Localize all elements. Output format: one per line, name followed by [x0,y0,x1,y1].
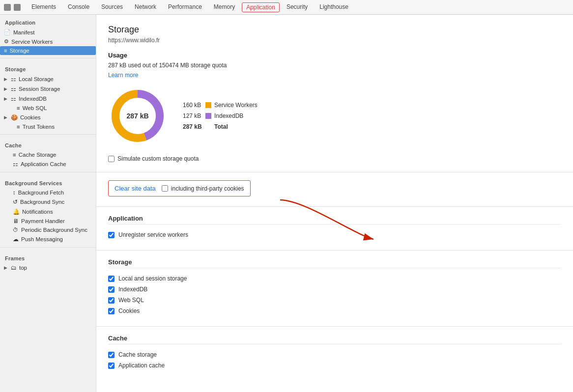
sidebar-item-manifest[interactable]: 📄 Manifest [0,28,96,37]
web-sql-checkbox[interactable] [108,297,115,304]
document-icon: 📄 [4,29,11,35]
legend-value-1: 127 kB [183,112,202,119]
tab-performance[interactable]: Performance [163,1,207,13]
frame-icon: 🗂 [11,265,17,271]
indexeddb-checkbox[interactable] [108,286,115,293]
sidebar-item-cookies[interactable]: ▶ 🍪 Cookies [0,112,96,122]
unregister-service-workers-label[interactable]: Unregister service workers [118,231,188,238]
trust-tokens-icon: ≡ [17,124,20,130]
sidebar-label-web-sql: Web SQL [23,105,47,111]
cache-storage-checkbox[interactable] [108,352,115,358]
separator-2 [96,206,573,207]
sidebar-item-top[interactable]: ▶ 🗂 top [0,263,96,272]
arrow-icon-4: ▶ [4,115,7,120]
sidebar-item-background-fetch[interactable]: ↕ Background Fetch [0,188,96,197]
annotation-area: Clear site data including third-party co… [108,180,561,196]
tab-elements[interactable]: Elements [27,1,61,13]
tab-memory[interactable]: Memory [209,1,240,13]
sidebar-label-indexeddb: IndexedDB [19,96,47,102]
sidebar-label-notifications: Notifications [22,209,53,215]
legend-item-1: 127 kB IndexedDB [183,112,258,119]
separator-3 [96,250,573,251]
tab-network[interactable]: Network [130,1,161,13]
tab-console[interactable]: Console [63,1,94,13]
sidebar-item-application-cache[interactable]: ⚏ Application Cache [0,159,96,169]
cache-storage-label[interactable]: Cache storage [118,351,157,358]
third-party-cookies-label[interactable]: including third-party cookies [171,185,244,192]
simulate-label[interactable]: Simulate custom storage quota [117,155,199,162]
page-title: Storage [108,25,561,35]
sidebar-label-storage: Storage [9,48,29,54]
sidebar-item-payment-handler[interactable]: 🖥 Payment Handler [0,217,96,225]
donut-chart: 287 kB [108,86,167,145]
sidebar-item-session-storage[interactable]: ▶ ⚏ Session Storage [0,84,96,94]
arrow-icon-3: ▶ [4,96,7,101]
checkbox-item-unregister: Unregister service workers [108,229,561,240]
local-session-storage-checkbox[interactable] [108,276,115,282]
web-sql-icon: ≡ [17,105,20,111]
cookies-icon: 🍪 [11,114,18,121]
checkbox-item-cookies-clear: Cookies [108,306,561,316]
indexeddb-label[interactable]: IndexedDB [118,286,147,293]
local-session-storage-label[interactable]: Local and session storage [118,275,187,282]
donut-center-label: 287 kB [126,112,148,120]
cookies-label[interactable]: Cookies [118,308,140,314]
notifications-icon: 🔔 [13,208,20,215]
indexeddb-icon: ⚏ [11,95,16,102]
page-url: https://www.widilo.fr [108,37,561,44]
background-sync-icon: ↺ [13,198,18,205]
unregister-service-workers-checkbox[interactable] [108,232,115,238]
clear-site-data-button[interactable]: Clear site data [115,185,156,192]
sidebar-item-background-sync[interactable]: ↺ Background Sync [0,197,96,207]
sidebar-label-trust-tokens: Trust Tokens [23,124,55,130]
web-sql-label[interactable]: Web SQL [118,297,144,304]
divider-4 [0,247,96,248]
devtools-icon-1 [4,4,11,11]
cache-storage-icon: ≡ [13,152,16,158]
sidebar-item-service-workers[interactable]: ⚙ Service Workers [0,37,96,46]
arrow-icon-2: ▶ [4,86,7,91]
legend-color-1 [205,113,211,119]
separator-4 [96,326,573,327]
periodic-bg-sync-icon: ⏱ [13,227,19,233]
local-storage-icon: ⚏ [11,76,16,83]
sidebar-item-local-storage[interactable]: ▶ ⚏ Local Storage [0,74,96,84]
devtools-icons [4,4,21,11]
sidebar: Application 📄 Manifest ⚙ Service Workers… [0,15,96,392]
simulate-row: Simulate custom storage quota [108,155,561,162]
cookies-checkbox[interactable] [108,308,115,314]
sidebar-item-web-sql[interactable]: ≡ Web SQL [0,104,96,112]
legend-item-0: 160 kB Service Workers [183,102,258,109]
sidebar-item-periodic-bg-sync[interactable]: ⏱ Periodic Background Sync [0,225,96,234]
app-cache-label[interactable]: Application cache [118,362,165,369]
sidebar-item-trust-tokens[interactable]: ≡ Trust Tokens [0,122,96,131]
third-party-cookies-row: including third-party cookies [162,185,244,192]
payment-handler-icon: 🖥 [13,218,19,224]
sidebar-item-cache-storage[interactable]: ≡ Cache Storage [0,150,96,159]
main-content: Storage https://www.widilo.fr Usage 287 … [96,15,573,392]
usage-section-title: Usage [108,52,561,59]
tab-sources[interactable]: Sources [96,1,128,13]
tab-lighthouse[interactable]: Lighthouse [315,1,353,13]
tab-application[interactable]: Application [242,2,280,12]
chart-legend: 160 kB Service Workers 127 kB IndexedDB … [183,102,258,130]
arrow-icon-5: ▶ [4,265,7,270]
tab-security[interactable]: Security [282,1,313,13]
sidebar-item-storage[interactable]: ≡ Storage [0,46,96,55]
app-cache-checkbox[interactable] [108,363,115,369]
sidebar-item-indexeddb[interactable]: ▶ ⚏ IndexedDB [0,94,96,104]
sidebar-label-background-sync: Background Sync [20,199,64,205]
simulate-checkbox[interactable] [108,156,115,162]
layout: Application 📄 Manifest ⚙ Service Workers… [0,15,573,392]
session-storage-icon: ⚏ [11,85,16,92]
sidebar-section-storage: Storage [0,61,96,74]
sidebar-item-push-messaging[interactable]: ☁ Push Messaging [0,234,96,244]
sidebar-label-cache-storage: Cache Storage [19,152,57,158]
checkbox-item-app-cache-clear: Application cache [108,360,561,371]
sidebar-label-payment-handler: Payment Handler [21,218,65,224]
sidebar-label-session-storage: Session Storage [19,86,60,92]
third-party-cookies-checkbox[interactable] [162,185,168,192]
learn-more-link[interactable]: Learn more [108,72,138,79]
divider-1 [0,58,96,58]
sidebar-item-notifications[interactable]: 🔔 Notifications [0,207,96,217]
